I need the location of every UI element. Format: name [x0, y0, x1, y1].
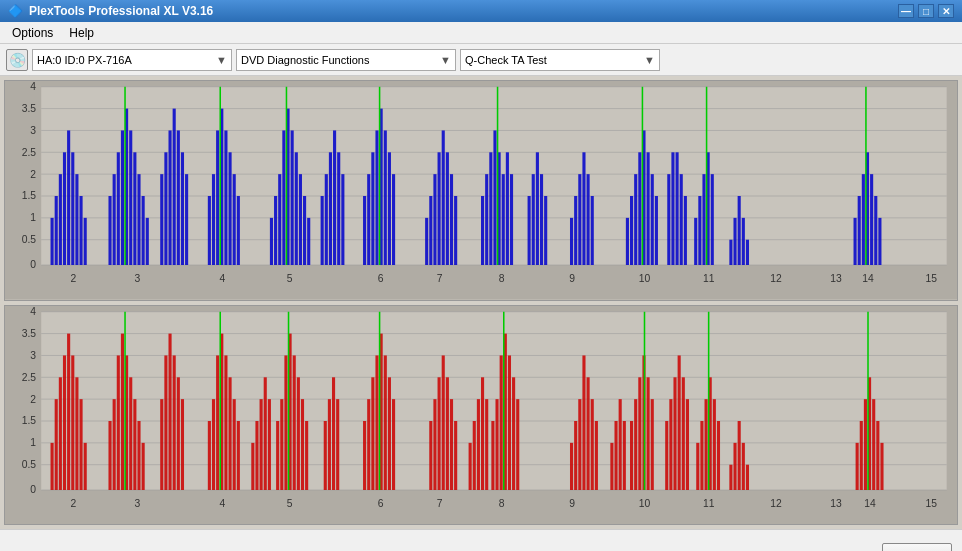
svg-rect-60 [295, 152, 298, 265]
button-section: Start i [882, 543, 952, 552]
svg-rect-265 [634, 399, 637, 490]
titlebar-left: 🔷 PlexTools Professional XL V3.16 [8, 4, 213, 18]
svg-text:0: 0 [30, 258, 36, 271]
svg-rect-107 [634, 174, 637, 265]
svg-rect-102 [582, 152, 585, 265]
svg-text:4: 4 [219, 272, 225, 285]
menu-help[interactable]: Help [61, 24, 102, 42]
svg-rect-222 [324, 421, 327, 490]
drive-dropdown[interactable]: HA:0 ID:0 PX-716A ▼ [32, 49, 232, 71]
svg-text:11: 11 [703, 496, 714, 509]
svg-rect-122 [711, 174, 714, 265]
function-dropdown-arrow: ▼ [440, 54, 451, 66]
svg-rect-262 [619, 399, 622, 490]
svg-rect-207 [233, 399, 236, 490]
svg-text:3.5: 3.5 [22, 326, 36, 339]
svg-rect-261 [614, 421, 617, 490]
svg-rect-85 [454, 196, 457, 265]
svg-rect-198 [173, 355, 176, 490]
svg-text:0: 0 [30, 482, 36, 495]
svg-rect-61 [299, 174, 302, 265]
svg-rect-73 [375, 130, 378, 265]
svg-text:14: 14 [862, 272, 873, 285]
minimize-button[interactable]: — [898, 4, 914, 18]
svg-text:6: 6 [378, 496, 384, 509]
svg-rect-24 [67, 130, 70, 265]
svg-rect-75 [384, 130, 387, 265]
svg-rect-201 [208, 421, 211, 490]
svg-rect-111 [651, 174, 654, 265]
bottom-panel: Jitter: 3 Peak Shift: [0, 529, 962, 551]
svg-rect-255 [578, 399, 581, 490]
svg-rect-28 [84, 218, 87, 265]
svg-rect-35 [133, 152, 136, 265]
svg-text:2.5: 2.5 [22, 145, 36, 158]
svg-rect-87 [485, 174, 488, 265]
svg-text:15: 15 [925, 496, 936, 509]
svg-rect-40 [164, 152, 167, 265]
svg-rect-238 [446, 377, 449, 490]
function-dropdown[interactable]: DVD Diagnostic Functions ▼ [236, 49, 456, 71]
menubar: Options Help [0, 22, 962, 44]
svg-rect-192 [133, 399, 136, 490]
bottom-chart-container: 4 3.5 3 2.5 2 1.5 1 0.5 0 [4, 305, 958, 526]
svg-text:2.5: 2.5 [22, 370, 36, 383]
close-button[interactable]: ✕ [938, 4, 954, 18]
svg-rect-68 [337, 152, 340, 265]
svg-rect-209 [251, 442, 254, 489]
menu-options[interactable]: Options [4, 24, 61, 42]
start-button[interactable]: Start [882, 543, 952, 552]
svg-rect-25 [71, 152, 74, 265]
svg-text:9: 9 [569, 272, 575, 285]
svg-rect-130 [862, 174, 865, 265]
svg-rect-284 [738, 421, 741, 490]
svg-rect-96 [536, 152, 539, 265]
svg-text:4: 4 [219, 496, 225, 509]
svg-rect-54 [270, 218, 273, 265]
svg-rect-266 [638, 377, 641, 490]
svg-rect-30 [113, 174, 116, 265]
svg-rect-47 [212, 174, 215, 265]
svg-rect-76 [388, 152, 391, 265]
svg-rect-119 [698, 196, 701, 265]
svg-rect-23 [63, 152, 66, 265]
svg-rect-101 [578, 174, 581, 265]
svg-rect-37 [142, 196, 145, 265]
svg-text:2: 2 [70, 496, 76, 509]
svg-rect-88 [489, 152, 492, 265]
svg-rect-264 [630, 421, 633, 490]
svg-text:7: 7 [437, 272, 443, 285]
svg-text:3: 3 [30, 348, 36, 361]
svg-rect-250 [508, 355, 511, 490]
function-label: DVD Diagnostic Functions [241, 54, 369, 66]
svg-rect-205 [224, 355, 227, 490]
svg-rect-69 [341, 174, 344, 265]
svg-rect-203 [216, 355, 219, 490]
svg-text:12: 12 [770, 496, 781, 509]
test-dropdown[interactable]: Q-Check TA Test ▼ [460, 49, 660, 71]
svg-rect-277 [700, 421, 703, 490]
svg-rect-258 [591, 399, 594, 490]
svg-rect-21 [55, 196, 58, 265]
svg-rect-82 [442, 130, 445, 265]
svg-rect-99 [570, 218, 573, 265]
svg-rect-53 [237, 196, 240, 265]
svg-text:3: 3 [135, 272, 141, 285]
svg-rect-194 [142, 442, 145, 489]
svg-rect-282 [729, 464, 732, 489]
maximize-button[interactable]: □ [918, 4, 934, 18]
svg-text:0.5: 0.5 [22, 457, 36, 470]
svg-rect-286 [746, 464, 749, 489]
svg-rect-184 [80, 399, 83, 490]
svg-rect-95 [532, 174, 535, 265]
svg-rect-263 [623, 421, 626, 490]
svg-rect-235 [433, 399, 436, 490]
svg-rect-218 [293, 355, 296, 490]
svg-rect-178 [55, 399, 58, 490]
svg-rect-208 [237, 421, 240, 490]
svg-rect-125 [738, 196, 741, 265]
svg-rect-83 [446, 152, 449, 265]
svg-rect-213 [268, 399, 271, 490]
svg-text:13: 13 [830, 272, 841, 285]
svg-text:6: 6 [378, 272, 384, 285]
